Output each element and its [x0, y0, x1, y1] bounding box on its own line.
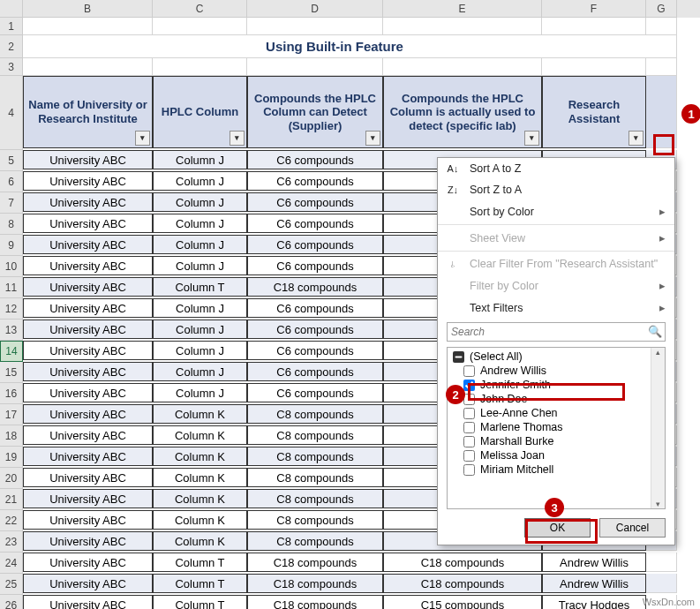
- row-number[interactable]: 20: [0, 468, 23, 489]
- checkbox[interactable]: [463, 464, 475, 476]
- cell-university[interactable]: University ABC: [23, 256, 153, 275]
- cell-hplc[interactable]: Column J: [153, 235, 247, 254]
- filter-dropdown-icon[interactable]: ▾: [628, 131, 644, 146]
- cell-university[interactable]: University ABC: [23, 489, 153, 508]
- cell-university[interactable]: University ABC: [23, 425, 153, 445]
- cell-compounds-supplier[interactable]: C6 compounds: [247, 320, 383, 339]
- cell-university[interactable]: University ABC: [23, 383, 153, 402]
- row-number[interactable]: 13: [0, 320, 23, 341]
- col-letter[interactable]: C: [153, 0, 247, 18]
- cell-compounds-supplier[interactable]: C6 compounds: [247, 383, 383, 402]
- cell-university[interactable]: University ABC: [23, 574, 153, 593]
- cell-compounds-supplier[interactable]: C6 compounds: [247, 341, 383, 360]
- sort-by-color[interactable]: Sort by Color ▸: [438, 200, 674, 222]
- row-number[interactable]: 5: [0, 150, 23, 171]
- row-number[interactable]: 14: [0, 341, 23, 362]
- cell-compounds-lab[interactable]: C18 compounds: [383, 553, 542, 572]
- cell-compounds-supplier[interactable]: C18 compounds: [247, 595, 383, 609]
- cell-compounds-supplier[interactable]: C8 compounds: [247, 447, 383, 466]
- cell-hplc[interactable]: Column J: [153, 298, 247, 318]
- cell-compounds-supplier[interactable]: C8 compounds: [247, 489, 383, 508]
- row-number[interactable]: 1: [0, 18, 23, 35]
- scroll-up-icon[interactable]: ▴: [651, 348, 665, 357]
- cell-compounds-supplier[interactable]: C18 compounds: [247, 277, 383, 297]
- cell-compounds-supplier[interactable]: C8 compounds: [247, 468, 383, 487]
- cell-hplc[interactable]: Column K: [153, 447, 247, 466]
- row-number[interactable]: 2: [0, 35, 23, 58]
- cell-hplc[interactable]: Column K: [153, 468, 247, 487]
- row-number[interactable]: 19: [0, 447, 23, 468]
- cell-compounds-supplier[interactable]: C6 compounds: [247, 298, 383, 318]
- cell-university[interactable]: University ABC: [23, 298, 153, 318]
- filter-option[interactable]: Miriam Mitchell: [449, 462, 663, 477]
- cell-hplc[interactable]: Column J: [153, 150, 247, 169]
- col-letter[interactable]: D: [247, 0, 383, 18]
- row-number[interactable]: 8: [0, 214, 23, 235]
- row-number[interactable]: 4: [0, 76, 23, 150]
- col-letter[interactable]: G: [646, 0, 677, 18]
- cell-university[interactable]: University ABC: [23, 553, 153, 572]
- cell-hplc[interactable]: Column J: [153, 320, 247, 339]
- cell-hplc[interactable]: Column K: [153, 531, 247, 551]
- cell-hplc[interactable]: Column J: [153, 383, 247, 402]
- row-number[interactable]: 25: [0, 574, 23, 595]
- cell-hplc[interactable]: Column T: [153, 595, 247, 609]
- row-number[interactable]: 3: [0, 58, 23, 76]
- filter-dropdown-icon[interactable]: ▾: [135, 131, 150, 146]
- cell-compounds-supplier[interactable]: C8 compounds: [247, 425, 383, 445]
- sort-za[interactable]: Z↓ Sort Z to A: [438, 179, 674, 200]
- cell-university[interactable]: University ABC: [23, 235, 153, 254]
- filter-dropdown-icon[interactable]: ▾: [230, 131, 245, 146]
- cell-university[interactable]: University ABC: [23, 531, 153, 551]
- cell-hplc[interactable]: Column J: [153, 362, 247, 381]
- filter-dropdown-icon[interactable]: ▾: [524, 131, 539, 146]
- filter-search-input[interactable]: [447, 322, 666, 342]
- cell-hplc[interactable]: Column J: [153, 192, 247, 212]
- row-number[interactable]: 17: [0, 404, 23, 425]
- cell-university[interactable]: University ABC: [23, 595, 153, 609]
- checkbox[interactable]: [453, 351, 464, 363]
- col-letter[interactable]: E: [383, 0, 542, 18]
- cell-compounds-supplier[interactable]: C8 compounds: [247, 510, 383, 530]
- text-filters[interactable]: Text Filters ▸: [438, 297, 674, 319]
- cell-university[interactable]: University ABC: [23, 192, 153, 212]
- cell-hplc[interactable]: Column T: [153, 574, 247, 593]
- checkbox[interactable]: [463, 365, 475, 377]
- checkbox[interactable]: [463, 408, 475, 419]
- filter-option[interactable]: Melissa Joan: [449, 448, 663, 462]
- scrollbar[interactable]: ▴ ▾: [651, 348, 665, 508]
- cell-compounds-supplier[interactable]: C6 compounds: [247, 256, 383, 275]
- cell-university[interactable]: University ABC: [23, 341, 153, 360]
- cell-compounds-supplier[interactable]: C6 compounds: [247, 362, 383, 381]
- checkbox[interactable]: [463, 436, 475, 447]
- row-number[interactable]: 10: [0, 256, 23, 277]
- row-number[interactable]: 7: [0, 192, 23, 214]
- scroll-down-icon[interactable]: ▾: [651, 500, 665, 508]
- cell-compounds-lab[interactable]: C18 compounds: [383, 574, 542, 593]
- cell-compounds-lab[interactable]: C15 compounds: [383, 595, 542, 609]
- col-letter[interactable]: B: [23, 0, 153, 18]
- checkbox[interactable]: [463, 422, 475, 433]
- cell-hplc[interactable]: Column J: [153, 256, 247, 275]
- row-number[interactable]: 12: [0, 298, 23, 320]
- cell-university[interactable]: University ABC: [23, 510, 153, 530]
- cell-hplc[interactable]: Column J: [153, 171, 247, 191]
- cell-university[interactable]: University ABC: [23, 171, 153, 191]
- cell-compounds-supplier[interactable]: C8 compounds: [247, 404, 383, 424]
- filter-option[interactable]: Lee-Anne Chen: [449, 406, 663, 420]
- cell-university[interactable]: University ABC: [23, 150, 153, 169]
- filter-option[interactable]: Marlene Thomas: [449, 420, 663, 434]
- row-number[interactable]: 23: [0, 531, 23, 553]
- row-number[interactable]: 15: [0, 362, 23, 383]
- row-number[interactable]: 24: [0, 553, 23, 574]
- row-number[interactable]: 6: [0, 171, 23, 192]
- cell-compounds-supplier[interactable]: C6 compounds: [247, 171, 383, 191]
- cell-university[interactable]: University ABC: [23, 362, 153, 381]
- cell-compounds-supplier[interactable]: C6 compounds: [247, 150, 383, 169]
- cell-research-assistant[interactable]: Andrew Willis: [542, 553, 646, 572]
- cell-hplc[interactable]: Column K: [153, 404, 247, 424]
- cell-compounds-supplier[interactable]: C18 compounds: [247, 574, 383, 593]
- cell-compounds-supplier[interactable]: C6 compounds: [247, 214, 383, 233]
- cell-university[interactable]: University ABC: [23, 277, 153, 297]
- row-number[interactable]: 9: [0, 235, 23, 256]
